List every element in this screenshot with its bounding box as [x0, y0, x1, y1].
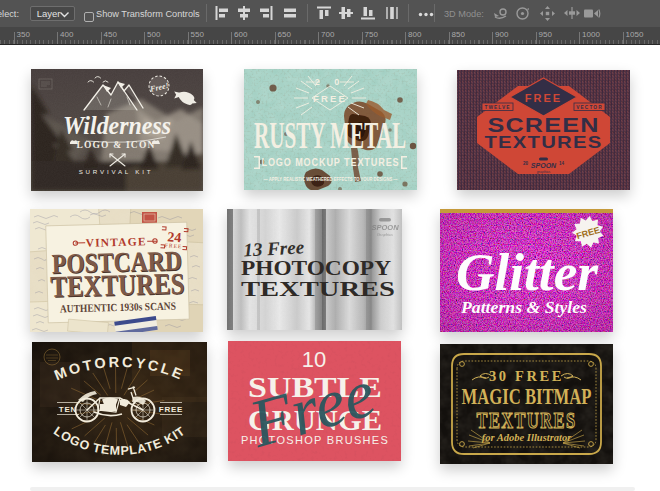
svg-text:TEXTURES: TEXTURES — [241, 276, 395, 301]
svg-text:for Adobe Illustrator: for Adobe Illustrator — [482, 432, 572, 443]
svg-text:Patterns & Styles: Patterns & Styles — [460, 297, 587, 317]
svg-text:FREE: FREE — [313, 93, 347, 104]
svg-text:TWELVE: TWELVE — [484, 105, 510, 110]
svg-text:TEXTURES: TEXTURES — [50, 266, 185, 302]
svg-text:TEN: TEN — [59, 405, 77, 414]
svg-text:— APPLY REALISTIC WEATHERED EF: — APPLY REALISTIC WEATHERED EFFECTS TO Y… — [264, 177, 398, 182]
svg-text:SPOON: SPOON — [531, 162, 557, 169]
svg-text:14: 14 — [559, 161, 565, 166]
svg-text:LOGO MOCKUP TEXTURES: LOGO MOCKUP TEXTURES — [262, 156, 400, 168]
svg-text:graphics: graphics — [537, 170, 551, 174]
svg-text:Graphics: Graphics — [377, 232, 393, 237]
svg-text:FREE: FREE — [159, 405, 184, 414]
svg-text:MAGIC BITMAP: MAGIC BITMAP — [462, 383, 592, 409]
svg-text:VECTOR: VECTOR — [576, 105, 603, 110]
svg-text:SURVIVAL KIT: SURVIVAL KIT — [79, 168, 154, 175]
svg-text:LOGO & ICON: LOGO & ICON — [76, 140, 155, 150]
svg-text:20: 20 — [523, 161, 529, 166]
svg-text:Glitter: Glitter — [456, 244, 599, 301]
svg-text:TEXTURES: TEXTURES — [485, 133, 603, 151]
svg-text:Wilderness: Wilderness — [63, 111, 171, 140]
svg-text:TEXTURES: TEXTURES — [477, 408, 577, 433]
svg-text:RUSTY METAL: RUSTY METAL — [254, 114, 406, 156]
svg-text:30 FREE: 30 FREE — [489, 368, 564, 384]
svg-text:FREE: FREE — [525, 92, 562, 104]
svg-text:SPOON: SPOON — [371, 223, 399, 232]
